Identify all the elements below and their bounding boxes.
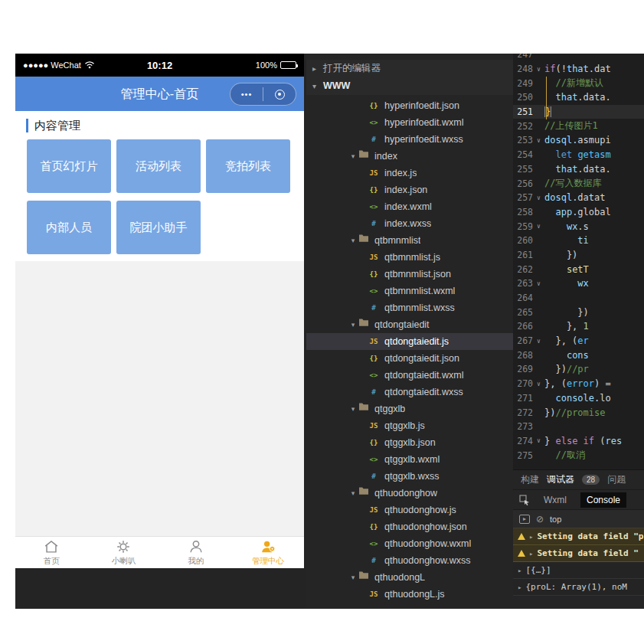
code-line-268[interactable]: 268 cons [513,348,644,362]
tree-file[interactable]: #qthuodonghow.wxss [306,552,513,569]
inspect-element-icon[interactable] [519,495,530,505]
tree-file[interactable]: {}qtbmnmlist.json [306,266,513,283]
expand-arrow-icon[interactable]: ▸ [518,584,521,591]
tree-file[interactable]: <>qthuodonghow.wxml [306,535,513,552]
tree-file[interactable]: JSqtbmnmlist.js [306,249,513,266]
clear-console-icon[interactable]: ⊘ [536,514,544,525]
tree-folder[interactable]: ▾qtbmnmlist [306,232,513,249]
console-subtab-wxml[interactable]: Wxml [538,492,573,508]
fold-chevron-icon[interactable]: ∨ [533,195,544,201]
tree-file[interactable]: #hyperinfoedit.wxss [306,131,513,148]
tree-file[interactable]: #qtdongtaiedit.wxss [306,384,513,400]
code-line-254[interactable]: 254 let getasm [513,148,644,162]
content-button-2[interactable]: 活动列表 [116,139,201,193]
tree-file[interactable]: JSindex.js [306,165,513,181]
code-line-267[interactable]: 267∨ }, (er [513,334,644,348]
tabbar-item-2[interactable]: 小喇叭 [87,537,159,568]
expand-arrow-icon[interactable]: ▸ [518,567,521,574]
tree-file[interactable]: <>hyperinfoedit.wxml [306,114,513,131]
content-button-1[interactable]: 首页幻灯片 [27,139,111,193]
code-line-253[interactable]: 253∨dosql.asmupi [513,133,644,148]
tree-folder[interactable]: ▾qtdongtaiedit [306,316,513,333]
content-button-4[interactable]: 内部人员 [27,201,111,254]
code-line-266[interactable]: 266 }, 1 [513,319,644,334]
open-editors-header[interactable]: ▸打开的编辑器 [306,60,513,77]
fold-chevron-icon[interactable]: ∨ [533,381,544,387]
debugger-tab-1[interactable]: 构建 [521,473,539,486]
code-line-261[interactable]: 261 }) [513,248,644,263]
code-line-260[interactable]: 260 ti [513,234,644,248]
code-line-263[interactable]: 263∨ wx [513,276,644,291]
tree-file[interactable]: {}index.json [306,181,513,198]
tree-folder[interactable]: ▾qtggxlb [306,400,513,417]
tabbar-item-4[interactable]: 管理中心 [232,537,304,568]
code-line-270[interactable]: 270∨}, (error) = [513,377,644,391]
code-line-274[interactable]: 274∨} else if (res [513,434,644,449]
fold-chevron-icon[interactable]: ∨ [533,66,544,73]
code-line-255[interactable]: 255 that.data. [513,162,644,177]
code-line-256[interactable]: 256//写入数据库 [513,176,644,191]
code-line-275[interactable]: 275 //取消 [513,448,644,463]
code-line-272[interactable]: 272})//promise [513,405,644,420]
tree-file[interactable]: {}hyperinfoedit.json [306,97,513,114]
tree-file[interactable]: <>qtbmnmlist.wxml [306,283,513,299]
console-log-row[interactable]: ▸[{…}] [513,562,644,579]
console-prompt-icon[interactable]: ▸ [519,515,530,524]
tree-file[interactable]: <>index.wxml [306,198,513,215]
expand-arrow-icon[interactable]: ▸ [529,533,533,541]
fold-chevron-icon[interactable]: ∨ [533,137,544,144]
tree-file[interactable]: {}qthuodonghow.json [306,518,513,535]
tree-folder[interactable]: ▾qthuodongL [306,569,513,586]
code-line-262[interactable]: 262 setT [513,262,644,276]
tree-file[interactable]: #qtggxlb.wxss [306,468,513,485]
exit-button[interactable] [263,90,296,100]
code-line-269[interactable]: 269 })//pr [513,362,644,377]
code-line-258[interactable]: 258 app.global [513,205,644,220]
code-line-247[interactable]: 247 [513,54,644,62]
code-line-273[interactable]: 273 [513,420,644,434]
tree-folder[interactable]: ▾qthuodonghow [306,485,513,502]
tree-file[interactable]: {}qtdongtaiedit.json [306,350,513,367]
tree-file[interactable]: #index.wxss [306,215,513,232]
tree-file[interactable]: JSqthuodonghow.js [306,502,513,518]
file-name: qtdongtaiedit.json [384,350,459,367]
fold-chevron-icon[interactable]: ∨ [533,280,544,287]
content-button-3[interactable]: 竞拍列表 [206,139,290,193]
chevron-right-icon: ▸ [312,60,323,77]
expand-arrow-icon[interactable]: ▸ [529,550,533,557]
code-line-250[interactable]: 250 that.data. [513,90,644,105]
console-warning-row[interactable]: ▸Setting data field " [513,545,644,562]
code-line-248[interactable]: 248∨if(!that.dat [513,62,644,77]
project-root-header[interactable]: ▾WWW [306,77,513,95]
tree-file[interactable]: <>qtggxlb.wxml [306,451,513,468]
code-line-259[interactable]: 259∨ wx.s [513,219,644,234]
tree-folder[interactable]: ▾index [306,148,513,165]
tabbar-item-1[interactable]: 首页 [15,537,87,568]
more-menu-button[interactable]: ••• [230,83,263,105]
tree-file[interactable]: {}qtggxlb.json [306,434,513,451]
context-selector[interactable]: top [550,515,561,524]
content-button-5[interactable]: 院团小助手 [116,201,201,254]
tree-file[interactable]: <>qtdongtaiedit.wxml [306,367,513,384]
fold-chevron-icon[interactable]: ∨ [533,223,544,230]
fold-chevron-icon[interactable]: ∨ [533,338,544,345]
console-subtab-console[interactable]: Console [580,492,626,508]
code-line-257[interactable]: 257∨dosql.datat [513,191,644,205]
fold-chevron-icon[interactable]: ∨ [533,437,544,444]
code-line-249[interactable]: 249 //新增默认 [513,76,644,90]
code-line-271[interactable]: 271 console.lo [513,391,644,406]
tree-file[interactable]: JSqtdongtaiedit.js [306,333,513,350]
code-line-252[interactable]: 252//上传图片1 [513,119,644,133]
tree-file[interactable]: #qtbmnmlist.wxss [306,299,513,316]
debugger-tab-3[interactable]: 问题 [607,473,626,486]
tree-file[interactable]: JSqtggxlb.js [306,417,513,434]
console-warning-row[interactable]: ▸Setting data field "p [513,528,644,545]
code-line-251[interactable]: 251} [513,105,644,119]
code-line-265[interactable]: 265 }) [513,305,644,319]
tabbar-item-3[interactable]: 我的 [160,537,232,568]
code-editor[interactable]: 247248∨if(!that.dat249 //新增默认250 that.da… [513,54,644,469]
debugger-tab-2[interactable]: 调试器 [547,473,574,486]
tree-file[interactable]: JSqthuodongL.js [306,586,513,603]
console-log-row[interactable]: ▸{proL: Array(1), noM [513,579,644,596]
code-line-264[interactable]: 264 [513,291,644,306]
